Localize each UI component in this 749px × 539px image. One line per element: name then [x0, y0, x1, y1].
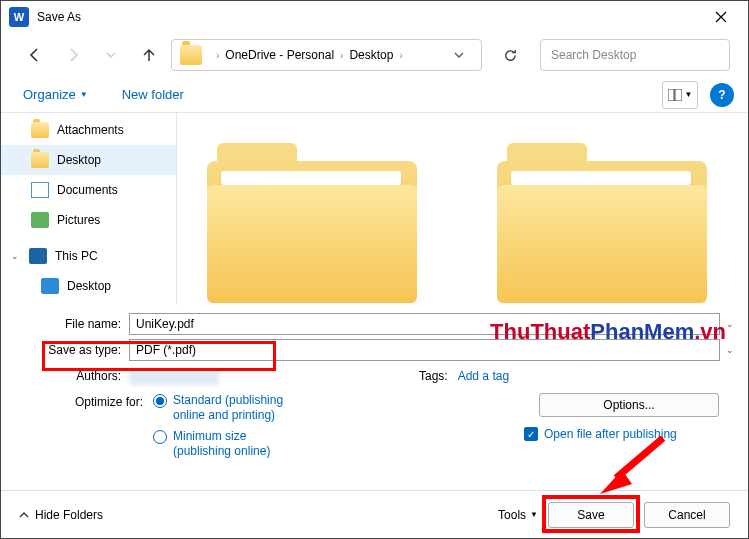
word-app-icon: W — [9, 7, 29, 27]
pc-icon — [29, 248, 47, 264]
folder-icon — [180, 45, 202, 65]
sidebar-item-label: Pictures — [57, 213, 100, 227]
help-button[interactable]: ? — [710, 83, 734, 107]
forward-button[interactable] — [57, 39, 89, 71]
tools-menu[interactable]: Tools ▼ — [498, 508, 538, 522]
view-options-button[interactable]: ▼ — [662, 81, 698, 109]
folder-item[interactable] — [207, 143, 417, 303]
save-type-select[interactable]: PDF (*.pdf) — [129, 339, 720, 361]
optimize-section: Optimize for: Standard (publishingonline… — [1, 385, 748, 459]
sidebar-item-pc-desktop[interactable]: Desktop — [1, 271, 176, 301]
chevron-down-icon[interactable]: ⌄ — [726, 319, 734, 329]
chevron-down-icon: ▼ — [80, 90, 88, 99]
svg-rect-1 — [675, 89, 682, 101]
chevron-down-icon: ⌄ — [11, 251, 21, 261]
tags-label: Tags: — [419, 369, 458, 383]
window-title: Save As — [37, 10, 81, 24]
dialog-footer: Hide Folders Tools ▼ Save Cancel — [1, 490, 748, 538]
sidebar-item-attachments[interactable]: Attachments — [1, 115, 176, 145]
view-layout-icon — [668, 89, 682, 101]
address-dropdown[interactable] — [445, 50, 473, 60]
options-button[interactable]: Options... — [539, 393, 719, 417]
sidebar-item-label: This PC — [55, 249, 98, 263]
explorer-body: Attachments Desktop Documents Pictures ⌄… — [1, 113, 748, 305]
sidebar-item-documents[interactable]: Documents — [1, 175, 176, 205]
chevron-right-icon: › — [340, 50, 343, 61]
chevron-down-icon — [105, 49, 117, 61]
chevron-up-icon — [19, 510, 29, 520]
sidebar-item-label: Documents — [57, 183, 118, 197]
toolbar: Organize▼ New folder ▼ ? — [1, 77, 748, 113]
breadcrumb-item[interactable]: OneDrive - Personal — [225, 48, 334, 62]
chevron-right-icon: › — [399, 50, 402, 61]
authors-label: Authors: — [15, 369, 129, 383]
optimize-minimum-radio[interactable]: Minimum size(publishing online) — [153, 429, 283, 459]
radio-unchecked-icon — [153, 430, 167, 444]
nav-sidebar: Attachments Desktop Documents Pictures ⌄… — [1, 113, 177, 305]
file-list[interactable] — [177, 113, 748, 305]
titlebar: W Save As — [1, 1, 748, 33]
save-button[interactable]: Save — [548, 502, 634, 528]
chevron-down-icon — [454, 50, 464, 60]
close-button[interactable] — [698, 1, 744, 33]
sidebar-item-label: Desktop — [57, 153, 101, 167]
breadcrumb-item[interactable]: Desktop — [349, 48, 393, 62]
organize-menu[interactable]: Organize▼ — [15, 83, 96, 106]
file-name-input[interactable]: UniKey.pdf — [129, 313, 720, 335]
sidebar-item-label: Attachments — [57, 123, 124, 137]
checkbox-checked-icon: ✓ — [524, 427, 538, 441]
monitor-icon — [41, 278, 59, 294]
address-bar[interactable]: › OneDrive - Personal › Desktop › — [171, 39, 482, 71]
file-name-label: File name: — [15, 317, 129, 331]
sidebar-item-this-pc[interactable]: ⌄ This PC — [1, 241, 176, 271]
chevron-down-icon[interactable]: ⌄ — [726, 345, 734, 355]
hide-folders-toggle[interactable]: Hide Folders — [19, 508, 103, 522]
arrow-left-icon — [27, 47, 43, 63]
arrow-right-icon — [65, 47, 81, 63]
add-tag-link[interactable]: Add a tag — [458, 369, 509, 383]
sidebar-item-desktop[interactable]: Desktop — [1, 145, 176, 175]
back-button[interactable] — [19, 39, 51, 71]
chevron-down-icon: ▼ — [685, 90, 693, 99]
metadata-row: Authors: Tags: Add a tag — [1, 363, 748, 385]
sidebar-item-label: Desktop — [67, 279, 111, 293]
radio-checked-icon — [153, 394, 167, 408]
authors-value[interactable] — [129, 369, 219, 385]
refresh-icon — [503, 48, 518, 63]
folder-icon — [31, 122, 49, 138]
folder-icon — [31, 152, 49, 168]
optimize-label: Optimize for: — [15, 393, 153, 459]
optimize-standard-radio[interactable]: Standard (publishingonline and printing) — [153, 393, 283, 423]
close-icon — [715, 11, 727, 23]
navbar: › OneDrive - Personal › Desktop › Search… — [1, 33, 748, 77]
search-placeholder: Search Desktop — [551, 48, 636, 62]
cancel-button[interactable]: Cancel — [644, 502, 730, 528]
pictures-icon — [31, 212, 49, 228]
up-button[interactable] — [133, 39, 165, 71]
chevron-right-icon: › — [216, 50, 219, 61]
recent-button[interactable] — [95, 39, 127, 71]
folder-item[interactable] — [497, 143, 707, 303]
open-after-checkbox[interactable]: ✓ Open file after publishing — [524, 427, 677, 441]
search-input[interactable]: Search Desktop — [540, 39, 730, 71]
refresh-button[interactable] — [494, 39, 526, 71]
chevron-down-icon: ▼ — [530, 510, 538, 519]
save-fields: File name: UniKey.pdf ⌄ Save as type: PD… — [1, 305, 748, 363]
save-type-label: Save as type: — [15, 343, 129, 357]
sidebar-item-pictures[interactable]: Pictures — [1, 205, 176, 235]
new-folder-button[interactable]: New folder — [114, 83, 192, 106]
svg-rect-0 — [668, 89, 674, 101]
arrow-up-icon — [141, 47, 157, 63]
document-icon — [31, 182, 49, 198]
